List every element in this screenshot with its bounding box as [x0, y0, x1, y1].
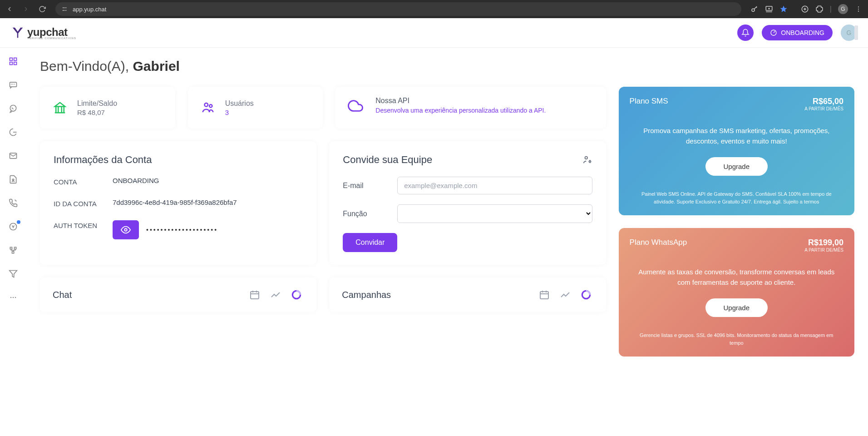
plan-sms-fineprint: Painel Web SMS Online. API de Gateway do… — [630, 190, 843, 205]
balance-value: R$ 48,07 — [77, 109, 117, 116]
logo[interactable]: yupchat VERIFIED COMMUNICATIONS — [11, 26, 76, 40]
sidebar-item-contacts[interactable] — [8, 174, 19, 185]
plan-whatsapp-card: Plano WhatsApp R$199,00 A PARTIR DE/MÊS … — [619, 228, 854, 357]
plan-sms-upgrade-button[interactable]: Upgrade — [705, 157, 768, 176]
svg-point-7 — [858, 11, 859, 12]
svg-point-2 — [752, 9, 755, 11]
auth-token-label: AUTH TOKEN — [54, 220, 113, 239]
bell-icon — [741, 29, 750, 37]
account-info-panel: Informações da Conta CONTA ONBOARDING ID… — [40, 141, 316, 265]
browser-menu-icon[interactable] — [854, 5, 863, 13]
account-info-title: Informações da Conta — [54, 154, 303, 166]
site-settings-icon — [62, 6, 68, 12]
users-card[interactable]: Usuários 3 — [188, 87, 323, 129]
browser-forward-button[interactable] — [22, 5, 30, 13]
calendar-button[interactable] — [537, 287, 552, 302]
invite-title: Convide sua Equipe — [343, 154, 432, 166]
balance-card[interactable]: Limite/Saldo R$ 48,07 — [40, 87, 175, 129]
users-icon — [199, 99, 217, 117]
svg-point-16 — [12, 179, 14, 180]
brand-circle-icon — [9, 222, 18, 231]
donut-chart-button[interactable] — [289, 287, 304, 302]
more-horizontal-icon — [9, 293, 18, 302]
browser-profile-avatar[interactable]: G — [838, 4, 848, 14]
sidebar-item-google[interactable] — [8, 127, 19, 138]
svg-point-6 — [858, 9, 859, 10]
donut-chart-icon — [291, 289, 302, 301]
plan-wa-desc: Aumente as taxas de conversão, transform… — [630, 267, 843, 287]
line-chart-button[interactable] — [558, 287, 572, 302]
balance-label: Limite/Saldo — [77, 99, 117, 108]
line-chart-icon — [560, 289, 571, 300]
whatsapp-icon — [9, 104, 18, 113]
plan-wa-upgrade-button[interactable]: Upgrade — [705, 298, 768, 317]
browser-url-bar[interactable]: app.yup.chat — [55, 2, 741, 16]
svg-point-26 — [124, 228, 127, 231]
sidebar-item-dashboard[interactable] — [8, 56, 19, 67]
browser-chrome: app.yup.chat | G — [0, 0, 868, 18]
browser-reload-button[interactable] — [38, 5, 46, 13]
plan-wa-fineprint: Gerencie listas e grupos. SSL de 4096 bi… — [630, 332, 843, 347]
plans-column: Plano SMS R$65,00 A PARTIR DE/MÊS Promov… — [619, 87, 854, 357]
role-label: Função — [343, 210, 397, 218]
account-value: ONBOARDING — [113, 177, 159, 188]
onboarding-label: ONBOARDING — [781, 29, 824, 36]
browser-back-button[interactable] — [5, 5, 14, 13]
invite-button[interactable]: Convidar — [343, 233, 397, 252]
onboarding-button[interactable]: ONBOARDING — [762, 25, 833, 40]
welcome-heading: Bem-Vindo(A), Gabriel — [40, 59, 854, 74]
eye-icon — [121, 225, 131, 235]
svg-point-5 — [858, 6, 859, 7]
svg-point-25 — [209, 104, 212, 107]
calendar-icon — [249, 289, 260, 300]
sidebar-nav — [0, 48, 26, 436]
plan-wa-price: R$199,00 — [804, 238, 843, 248]
sidebar-item-more[interactable] — [8, 292, 19, 303]
line-chart-button[interactable] — [268, 287, 283, 302]
email-input[interactable] — [397, 177, 592, 194]
sidebar-item-whatsapp[interactable] — [8, 103, 19, 114]
chat-chart-title: Chat — [53, 290, 72, 300]
user-avatar[interactable]: G — [841, 25, 857, 41]
sidebar-item-voice[interactable] — [8, 198, 19, 208]
bookmark-star-icon[interactable] — [779, 5, 788, 13]
role-select[interactable] — [397, 204, 592, 223]
sidebar-item-integrations[interactable] — [8, 245, 19, 256]
team-settings-icon[interactable] — [582, 155, 592, 165]
users-label: Usuários — [225, 99, 254, 108]
calendar-button[interactable] — [247, 287, 262, 302]
main-content: Bem-Vindo(A), Gabriel Limite/Saldo R$ 48… — [26, 48, 868, 436]
svg-point-1 — [63, 10, 63, 10]
sidebar-item-filters[interactable] — [8, 268, 19, 279]
sidebar-item-yupchat[interactable] — [8, 221, 19, 232]
account-id-label: ID DA CONTA — [54, 198, 113, 209]
svg-point-22 — [13, 297, 14, 298]
grid-icon — [9, 57, 18, 66]
logo-subtitle: VERIFIED COMMUNICATIONS — [27, 37, 76, 40]
donut-chart-button[interactable] — [579, 287, 593, 302]
svg-rect-29 — [251, 292, 259, 299]
app-header: yupchat VERIFIED COMMUNICATIONS ONBOARDI… — [0, 18, 868, 48]
reveal-token-button[interactable] — [113, 220, 139, 239]
svg-rect-31 — [540, 292, 548, 299]
svg-point-14 — [10, 105, 16, 111]
svg-rect-9 — [10, 58, 13, 61]
api-card[interactable]: Nossa API Desenvolva uma experiência per… — [335, 87, 606, 129]
new-tab-icon[interactable] — [801, 5, 809, 13]
plan-sms-price-sub: A PARTIR DE/MÊS — [804, 106, 843, 111]
sms-icon — [9, 80, 18, 89]
svg-rect-12 — [10, 62, 13, 65]
nodes-icon — [9, 246, 18, 255]
notifications-button[interactable] — [737, 25, 754, 41]
key-icon[interactable] — [750, 5, 759, 13]
account-id-value: 7dd3996c-4e8d-419a-985f-f369a826bfa7 — [113, 198, 237, 209]
sidebar-item-email[interactable] — [8, 150, 19, 161]
campaigns-chart-panel: Campanhas — [329, 277, 606, 312]
donut-chart-icon — [580, 289, 592, 301]
extensions-icon[interactable] — [815, 5, 824, 13]
plan-sms-name: Plano SMS — [630, 97, 668, 106]
sidebar-item-sms[interactable] — [8, 79, 19, 90]
svg-point-23 — [15, 297, 16, 298]
install-icon[interactable] — [765, 5, 773, 13]
svg-point-24 — [204, 103, 208, 107]
